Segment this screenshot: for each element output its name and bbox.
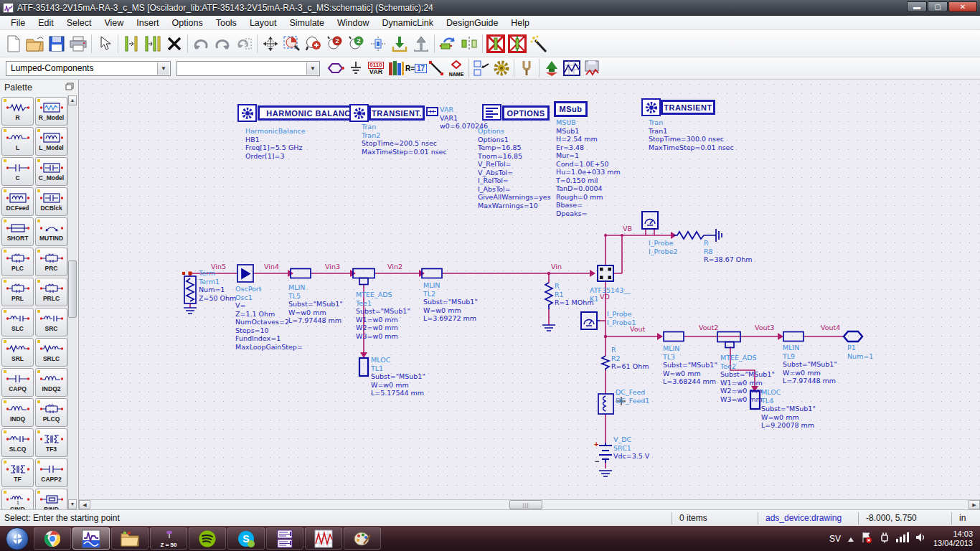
wire-label-vin5[interactable]: Vin5 (211, 263, 226, 270)
wire-label-vout3[interactable]: Vout3 (755, 324, 774, 331)
menu-tools[interactable]: Tools (209, 17, 243, 29)
tl3-params[interactable]: MLINTL3Subst="MSub1"W=w0 mmL=3.68244 mm (663, 344, 717, 386)
palette-scroll-up[interactable]: ▲ (68, 95, 77, 105)
zoom-out-x2-icon[interactable]: 2 (346, 33, 367, 55)
menu-help[interactable]: Help (504, 17, 536, 29)
canvas-scroll-thumb[interactable]: ||| (509, 500, 542, 509)
pin-label-icon[interactable] (471, 59, 491, 77)
zoom-in-x2-icon[interactable]: 2 (324, 33, 346, 55)
iprobe2-params[interactable]: I_ProbeI_Probe2 (649, 239, 678, 255)
transient2-title[interactable]: TRANSIENT. (369, 105, 425, 121)
taskbar-clock[interactable]: 14:03 13/04/2013 (933, 529, 973, 548)
palette-item-capq[interactable]: CAPQ (1, 368, 34, 397)
palette-item-indq[interactable]: INDQ (1, 398, 34, 427)
vdc-params[interactable]: V_DCSRC1Vdc=3.5 V (613, 435, 649, 461)
menu-simulate[interactable]: Simulate (283, 17, 331, 29)
optimize-icon[interactable] (542, 59, 562, 77)
scroll-left-arrow[interactable]: ◀ (79, 500, 90, 509)
open-icon[interactable] (24, 33, 46, 55)
deactivate-component-icon[interactable] (485, 33, 507, 55)
push-into-hierarchy-icon[interactable] (389, 33, 410, 55)
redo-icon[interactable] (212, 33, 233, 55)
ground-icon[interactable] (346, 59, 366, 77)
var-block-icon[interactable] (426, 107, 438, 116)
r2-params[interactable]: RR2R=61 Ohm (611, 346, 649, 371)
taskbar-paint[interactable] (344, 527, 381, 550)
palette-select[interactable]: Lumped-Components ▼ (6, 61, 171, 76)
palette-item-capp2[interactable]: CAPP2 (35, 458, 67, 487)
component-wizard-icon[interactable] (528, 33, 550, 55)
canvas-horizontal-scrollbar[interactable]: ◀ ||| ▶ (79, 499, 980, 509)
iprobe1-params[interactable]: I_ProbeI_Probe1 (607, 310, 636, 326)
power-plug-icon[interactable] (879, 532, 890, 546)
insert-pin-icon[interactable] (121, 33, 142, 55)
transient1-title[interactable]: TRANSIENT (661, 100, 715, 115)
taskbar-spotify[interactable] (189, 527, 226, 550)
transient2-controller-icon[interactable] (349, 104, 369, 122)
taskbar-data-display[interactable] (305, 527, 342, 550)
wire-label-vd[interactable]: VD (600, 293, 610, 301)
simulate-gear-icon[interactable] (491, 59, 512, 77)
palette-item-prl[interactable]: PRL (1, 278, 34, 306)
wire-label-icon[interactable]: NAME (446, 59, 466, 77)
hidden-icons-chevron[interactable] (847, 532, 854, 545)
transient1-params[interactable]: TranTran1StopTime=300.0 nsecMaxTimeStep=… (649, 118, 734, 151)
mirror-icon[interactable] (458, 33, 480, 55)
menu-file[interactable]: File (4, 17, 32, 29)
palette-item-srlc[interactable]: SRLC (35, 338, 67, 367)
hb-controller-icon[interactable] (237, 104, 257, 122)
palette-item-l[interactable]: L (1, 127, 34, 156)
language-indicator[interactable]: SV (829, 534, 841, 544)
palette-item-c_model[interactable]: C_Model (35, 157, 67, 186)
new-file-icon[interactable] (3, 33, 24, 55)
scroll-right-arrow[interactable]: ▶ (969, 500, 980, 509)
network-signal-icon[interactable] (896, 532, 909, 545)
tl5-params[interactable]: MLINTL5Subst="MSub1"W=w0 mmL=7.97448 mm (288, 283, 343, 325)
move-component-icon[interactable] (260, 33, 281, 55)
palette-item-c[interactable]: C (1, 157, 34, 186)
wire-label-vin2[interactable]: Vin2 (387, 263, 402, 270)
action-center-flag-icon[interactable] (861, 532, 872, 546)
wire-label-vin[interactable]: Vin (551, 263, 562, 270)
var-equation-icon[interactable]: 0110VAR (366, 59, 386, 77)
msub-params[interactable]: MSUBMSub1H=2.54 mmEr=3.48Mur=1Cond=1.0E+… (556, 118, 621, 217)
tl1-params[interactable]: MLOCTL1Subst="MSub1"W=w0 mmL=5.17544 mm (371, 356, 425, 397)
transient1-controller-icon[interactable] (641, 98, 661, 116)
palette-item-dcfeed[interactable]: DCFeed (1, 187, 34, 216)
transient2-params[interactable]: TranTran2StopTime=200.5 nsecMaxTimeStep=… (362, 123, 447, 156)
menu-dynamiclink[interactable]: DynamicLink (376, 17, 440, 29)
taskbar-ads-schematic[interactable] (72, 527, 110, 550)
wire-label-vout4[interactable]: Vout4 (821, 324, 840, 331)
zoom-in-icon[interactable] (303, 33, 324, 55)
wire-label-vin3[interactable]: Vin3 (325, 263, 340, 270)
simulation-manager-icon[interactable] (582, 59, 602, 77)
palette-scroll-thumb[interactable] (68, 260, 77, 318)
k1-params[interactable]: ATF35143__K1 (590, 286, 631, 303)
palette-dock-icon[interactable] (65, 83, 74, 93)
menu-view[interactable]: View (98, 17, 130, 29)
palette-item-cind[interactable]: 1 CIND (1, 489, 34, 509)
r1-params[interactable]: RR1R=1 MOhm (555, 282, 594, 307)
msub-title[interactable]: MSub (554, 101, 588, 117)
palette-item-plc[interactable]: PLC (1, 248, 34, 276)
palette-item-prc[interactable]: PRC (35, 248, 67, 276)
palette-item-src[interactable]: SRC (35, 308, 67, 336)
palette-item-tf[interactable]: TF (1, 458, 34, 487)
rotate-icon[interactable] (437, 33, 458, 55)
wire-label-vout2[interactable]: Vout2 (699, 324, 718, 331)
schematic-canvas[interactable]: + − HARMONIC BALANCE TRANSIENT. OPTIONS … (79, 80, 980, 499)
palette-scrollbar[interactable]: ▲ ▼ (67, 95, 77, 509)
menu-edit[interactable]: Edit (32, 17, 60, 29)
options-title[interactable]: OPTIONS (502, 105, 550, 121)
options-params[interactable]: OptionsOptions1Temp=16.85Tnom=16.85V_Rel… (478, 127, 551, 209)
palette-item-tf3[interactable]: TF3 (35, 428, 67, 457)
zoom-area-icon[interactable] (281, 33, 303, 55)
insert-pin-double-icon[interactable] (142, 33, 164, 55)
data-display-icon[interactable] (562, 59, 582, 77)
taskbar-skype[interactable]: S (227, 527, 265, 550)
volume-icon[interactable] (915, 532, 927, 545)
hb-params[interactable]: HarmonicBalanceHB1Freq[1]=5.5 GHzOrder[1… (245, 127, 306, 160)
palette-item-r_model[interactable]: R_Model (35, 97, 67, 126)
save-icon[interactable] (46, 33, 67, 55)
palette-item-indq2[interactable]: INDQ2 (35, 368, 67, 397)
